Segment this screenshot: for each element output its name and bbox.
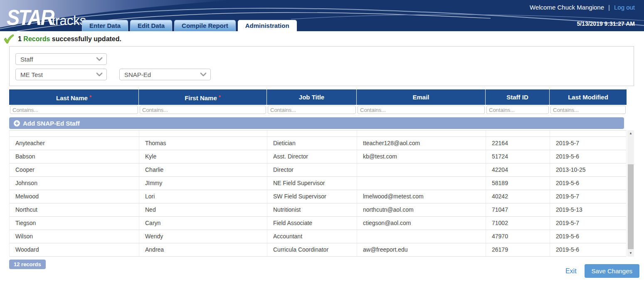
table-row[interactable]: MelwoodLoriSW Field Supervisorlmelwood@m…	[10, 190, 626, 203]
separator: |	[608, 4, 610, 11]
cell-staff-id: 26179	[486, 243, 550, 256]
column-header-label: First Name	[185, 94, 217, 101]
chevron-down-icon	[200, 72, 207, 77]
dropdown-me-test[interactable]: ME Test	[15, 69, 107, 80]
column-header-first-name[interactable]: First Name*	[139, 89, 267, 106]
logout-link[interactable]: Log out	[614, 4, 635, 11]
status-message-bar: 1 Records successfully updated.	[0, 31, 644, 46]
cell-job-title: Nutritionist	[267, 203, 357, 216]
filter-input-email[interactable]	[358, 106, 485, 114]
cell-job-title: NE Field Supervisor	[267, 177, 357, 190]
logo-star-text: STAR	[7, 5, 53, 30]
datetime-display: 5/13/2019 9:31:27 AM	[577, 20, 635, 27]
column-header-job-title[interactable]: Job Title	[267, 89, 357, 106]
cell-email: kb@test.com	[357, 150, 486, 163]
table-body: AnyteacherThomasDieticiantteacher128@aol…	[9, 130, 627, 257]
table-row[interactable]: JohnsonJImmyNE Field Supervisor581892019…	[10, 177, 626, 190]
cell-staff-id: 40242	[486, 190, 550, 203]
save-changes-button[interactable]: Save Changes	[585, 264, 639, 278]
table-filter-row	[9, 106, 627, 115]
table-row[interactable]: CooperCharlieDirector422042013-10-25	[10, 163, 626, 177]
status-highlight: Records	[23, 35, 50, 42]
column-header-email[interactable]: Email	[357, 89, 486, 106]
status-message-text: 1 Records successfully updated.	[18, 35, 121, 43]
cell-staff-id: 71047	[486, 203, 550, 216]
column-header-staff-id[interactable]: Staff ID	[486, 89, 550, 106]
status-prefix: 1	[18, 35, 23, 42]
tab-compile-report[interactable]: Compile Report	[174, 20, 236, 31]
table-header-row: Last Name*First Name*Job TitleEmailStaff…	[9, 89, 627, 105]
scrollbar-thumb[interactable]	[628, 164, 634, 249]
dropdown-staff[interactable]: Staff	[15, 53, 107, 65]
cell-last-name: Johnson	[10, 177, 139, 190]
table-row[interactable]: TiegsonCarynField Associatectiegson@aol.…	[10, 217, 626, 230]
cell-last-name: Wilson	[10, 230, 139, 243]
cell-first-name: Charlie	[139, 163, 267, 176]
logo-tracks-text: tracks	[52, 13, 86, 28]
cell-job-title: Accountant	[267, 230, 357, 243]
tab-edit-data[interactable]: Edit Data	[130, 20, 172, 31]
table-scrollbar[interactable]: ▲ ▼	[627, 130, 634, 257]
column-header-label: Staff ID	[506, 94, 528, 101]
add-snap-ed-staff-button[interactable]: Add SNAP-Ed Staff	[9, 117, 624, 129]
table-row[interactable]: BabsonKyleAsst. Directorkb@test.com51724…	[10, 150, 626, 163]
scrollbar-up-button[interactable]: ▲	[627, 130, 634, 137]
cell-email: ctiegson@aol.com	[357, 217, 486, 230]
cell-staff-id: 51724	[486, 150, 550, 163]
cell-staff-id: 47970	[486, 230, 550, 243]
cell-last-modified: 2019-5-7	[550, 217, 627, 230]
table-row[interactable]: AnyteacherThomasDieticiantteacher128@aol…	[10, 137, 626, 150]
table-row[interactable]: WilsonWendyAccountant479702019-5-6	[10, 230, 626, 243]
scrollbar-down-button[interactable]: ▼	[627, 250, 634, 257]
exit-link[interactable]: Exit	[565, 267, 577, 275]
tab-administration[interactable]: Administration	[238, 20, 297, 31]
cell-job-title: Dietician	[267, 137, 357, 150]
cell-job-title: Asst. Director	[267, 150, 357, 163]
cell-last-modified: 2019-5-7	[550, 137, 627, 150]
cell-last-modified: 2019-5-7	[550, 190, 627, 203]
cell-email	[357, 177, 486, 190]
column-header-label: Email	[412, 94, 429, 101]
cell-last-modified: 2019-5-13	[550, 203, 627, 216]
cell-staff-id: 58189	[486, 177, 550, 190]
cell-staff-id: 22164	[486, 137, 550, 150]
add-button-label: Add SNAP-Ed Staff	[23, 120, 80, 127]
cell-last-name: Melwood	[10, 190, 139, 203]
cell-first-name: Lori	[139, 190, 267, 203]
cell-job-title: Director	[267, 163, 357, 176]
filter-input-job-title[interactable]	[268, 106, 356, 114]
page-footer: 12 records Exit Save Changes	[9, 260, 635, 285]
column-header-last-modified[interactable]: Last Modified	[550, 89, 627, 106]
records-count-badge: 12 records	[9, 260, 46, 269]
dropdown-snap-ed[interactable]: SNAP-Ed	[119, 69, 211, 80]
cell-first-name: Ned	[139, 203, 267, 216]
welcome-text: Welcome Chuck Mangione	[530, 4, 604, 11]
cell-last-name: Woodard	[10, 243, 139, 256]
cell-first-name: Caryn	[139, 217, 267, 230]
column-header-label: Last Name	[56, 94, 88, 101]
cell-last-modified: 2019-5-6	[550, 177, 627, 190]
column-header-last-name[interactable]: Last Name*	[9, 89, 139, 106]
app-header: STARtracks Enter Data Edit Data Compile …	[0, 0, 644, 31]
tab-enter-data[interactable]: Enter Data	[82, 20, 128, 31]
cell-email: tteacher128@aol.com	[357, 137, 486, 150]
filter-input-last-name[interactable]	[10, 106, 138, 114]
filter-input-last-modified[interactable]	[550, 106, 626, 114]
cell-last-modified: 2013-10-25	[550, 163, 627, 176]
chevron-down-icon	[96, 72, 103, 77]
cell-last-modified: 2019-5-6	[550, 150, 627, 163]
table-row[interactable]: WoodardAndreaCurricula Coordinatoraw@fre…	[10, 243, 626, 257]
cell-last-name: Cooper	[10, 163, 139, 176]
cell-last-name: Anyteacher	[10, 137, 139, 150]
table-row[interactable]: NorthcutNedNutritionistnorthcutn@aol.com…	[10, 203, 626, 217]
app-logo: STARtracks	[7, 7, 86, 28]
cell-email	[357, 230, 486, 243]
main-nav-tabs: Enter Data Edit Data Compile Report Admi…	[82, 20, 297, 31]
dropdown-me-test-value: ME Test	[20, 71, 43, 78]
filter-input-first-name[interactable]	[140, 106, 266, 114]
filter-input-staff-id[interactable]	[486, 106, 549, 114]
table-row-partial[interactable]	[10, 131, 626, 137]
column-header-label: Last Modified	[568, 94, 608, 101]
status-suffix: successfully updated.	[50, 35, 121, 42]
required-asterisk: *	[89, 94, 91, 100]
